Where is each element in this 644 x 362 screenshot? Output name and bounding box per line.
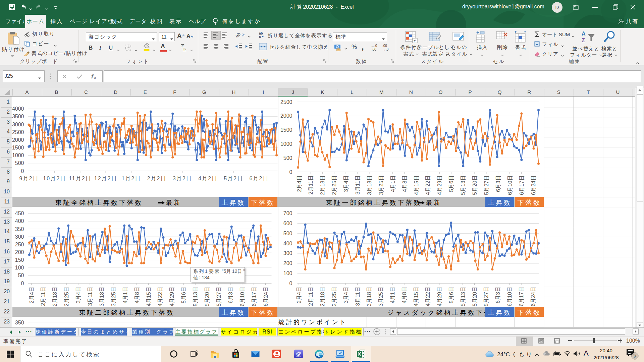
svg-text:500: 500 <box>283 155 292 161</box>
svg-text:2月2日: 2月2日 <box>147 176 166 181</box>
svg-text:3月11日: 3月11日 <box>355 175 361 195</box>
svg-text:100: 100 <box>15 265 24 270</box>
svg-text:4月15日: 4月15日 <box>413 175 419 195</box>
svg-text:4月22日: 4月22日 <box>425 287 430 306</box>
svg-text:2月4日: 2月4日 <box>296 175 302 192</box>
svg-text:4月1日: 4月1日 <box>122 287 128 303</box>
svg-text:4月29日: 4月29日 <box>437 175 442 195</box>
svg-text:1000: 1000 <box>280 141 292 147</box>
svg-text:2000: 2000 <box>12 137 24 143</box>
svg-text:3500: 3500 <box>12 114 24 119</box>
svg-text:3月11日: 3月11日 <box>355 287 360 306</box>
svg-text:3月18日: 3月18日 <box>366 175 372 195</box>
svg-text:0: 0 <box>21 280 24 286</box>
svg-text:400: 400 <box>15 218 24 224</box>
svg-text:4月2日: 4月2日 <box>198 176 218 181</box>
svg-text:6月10日: 6月10日 <box>507 287 513 306</box>
svg-text:3月18日: 3月18日 <box>99 287 104 306</box>
svg-text:4月8日: 4月8日 <box>134 287 140 303</box>
svg-text:2500: 2500 <box>280 99 292 105</box>
svg-text:6月17日: 6月17日 <box>519 287 524 306</box>
svg-text:menu: menu <box>296 355 302 358</box>
svg-text:350: 350 <box>15 226 24 232</box>
svg-text:6月3日: 6月3日 <box>495 287 501 303</box>
svg-text:x: x <box>94 75 96 80</box>
svg-text:6月3日: 6月3日 <box>227 287 233 303</box>
svg-text:1500: 1500 <box>12 145 24 150</box>
svg-text:6月10日: 6月10日 <box>239 287 245 306</box>
svg-text:6月3日: 6月3日 <box>495 175 501 192</box>
svg-text:f: f <box>91 73 94 80</box>
svg-text:0: 0 <box>289 169 292 175</box>
svg-text:2月18日: 2月18日 <box>320 175 325 195</box>
svg-text:12月2日: 12月2日 <box>94 176 117 181</box>
svg-text:@: @ <box>296 350 301 356</box>
svg-text:2月25日: 2月25日 <box>331 287 337 306</box>
svg-text:2月11日: 2月11日 <box>308 175 314 195</box>
svg-text:5月20日: 5月20日 <box>204 287 210 306</box>
svg-text:500: 500 <box>15 160 24 166</box>
svg-text:5月27日: 5月27日 <box>216 287 221 306</box>
svg-text:6月24日: 6月24日 <box>263 287 268 306</box>
svg-text:0: 0 <box>289 280 292 286</box>
svg-text:3月25日: 3月25日 <box>378 287 384 306</box>
svg-text:150: 150 <box>15 257 24 263</box>
svg-text:0: 0 <box>21 168 24 174</box>
svg-text:3月25日: 3月25日 <box>110 287 116 306</box>
svg-text:2: 2 <box>634 353 636 359</box>
svg-text:250: 250 <box>15 242 24 247</box>
svg-text:2月18日: 2月18日 <box>52 287 58 306</box>
svg-text:ab: ab <box>235 31 241 39</box>
svg-text:4月8日: 4月8日 <box>401 175 407 192</box>
svg-text:4000: 4000 <box>12 106 24 112</box>
svg-text:Z: Z <box>582 38 585 43</box>
svg-text:2月25日: 2月25日 <box>331 175 337 195</box>
svg-text:11月2日: 11月2日 <box>69 176 92 181</box>
svg-text:450: 450 <box>15 210 24 216</box>
svg-text:50: 50 <box>18 273 24 278</box>
svg-text:→.0: →.0 <box>382 48 389 51</box>
svg-text:c: c <box>259 35 261 38</box>
svg-text:.00: .00 <box>372 48 376 51</box>
svg-text:5月2日: 5月2日 <box>224 176 243 181</box>
svg-text:≠: ≠ <box>414 39 416 43</box>
svg-text:2500: 2500 <box>12 129 24 135</box>
svg-text:200: 200 <box>15 249 24 255</box>
svg-text:4月8日: 4月8日 <box>401 287 407 303</box>
svg-text:2月11日: 2月11日 <box>40 287 46 306</box>
svg-text:400: 400 <box>283 240 292 246</box>
svg-text:3月18日: 3月18日 <box>366 287 372 306</box>
svg-text:2月11日: 2月11日 <box>308 287 313 306</box>
svg-text:9月2日: 9月2日 <box>19 176 39 181</box>
svg-text:2月18日: 2月18日 <box>319 287 325 306</box>
svg-text:300: 300 <box>283 250 292 256</box>
svg-text:A: A <box>582 31 586 37</box>
svg-text:4月1日: 4月1日 <box>390 175 395 192</box>
svg-text:5月20日: 5月20日 <box>472 287 477 306</box>
svg-text:1000: 1000 <box>12 153 24 158</box>
svg-text:5月6日: 5月6日 <box>448 287 454 303</box>
svg-text:←.0: ←.0 <box>371 44 377 48</box>
svg-text:3月2日: 3月2日 <box>172 176 192 181</box>
svg-text:2月25日: 2月25日 <box>64 287 69 306</box>
svg-text:4月22日: 4月22日 <box>425 175 431 195</box>
svg-text:5月27日: 5月27日 <box>483 175 489 195</box>
svg-text:300: 300 <box>15 234 24 240</box>
svg-text:5月13日: 5月13日 <box>460 287 466 306</box>
svg-text:6月10日: 6月10日 <box>507 175 513 195</box>
svg-text:3月25日: 3月25日 <box>378 175 384 195</box>
svg-text:5月6日: 5月6日 <box>448 175 454 192</box>
svg-text:.00: .00 <box>382 44 387 48</box>
svg-text:1月2日: 1月2日 <box>121 176 141 181</box>
svg-text:3月11日: 3月11日 <box>87 287 93 306</box>
svg-text:4月29日: 4月29日 <box>169 287 175 306</box>
svg-text:4月15日: 4月15日 <box>413 287 419 306</box>
svg-text:4月15日: 4月15日 <box>146 287 151 306</box>
svg-text:2月4日: 2月4日 <box>29 287 34 303</box>
svg-text:6月24日: 6月24日 <box>530 287 536 306</box>
svg-text:亜: 亜 <box>182 47 186 52</box>
svg-text:5月13日: 5月13日 <box>460 175 466 195</box>
svg-text:1500: 1500 <box>280 127 292 133</box>
svg-text:5月27日: 5月27日 <box>483 287 489 306</box>
svg-text:5月13日: 5月13日 <box>193 287 198 306</box>
